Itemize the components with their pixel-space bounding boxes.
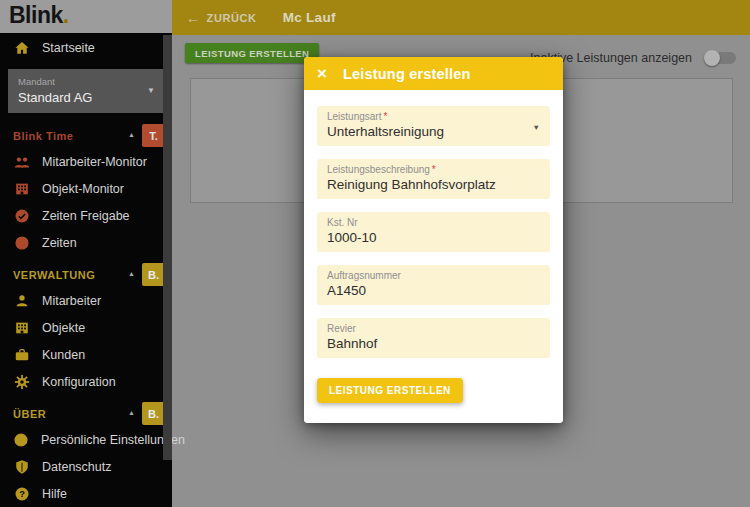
section-badge: B.	[142, 402, 165, 425]
section-heading-blink-time[interactable]: Blink Time ▲ T.	[0, 123, 172, 148]
modal-title: Leistung erstellen	[343, 66, 471, 82]
sidebar-item-startseite[interactable]: Startseite	[0, 33, 172, 63]
close-icon[interactable]: ×	[317, 65, 327, 82]
page-title: Mc Lauf	[283, 10, 336, 25]
field-value: Reinigung Bahnhofsvorplatz	[327, 177, 540, 193]
nav-label: Mitarbeiter	[42, 294, 101, 308]
sidebar-item-konfiguration[interactable]: Konfiguration	[0, 368, 172, 395]
sidebar-item-objekte[interactable]: Objekte	[0, 314, 172, 341]
field-value: A1450	[327, 283, 540, 299]
nav-label: Datenschutz	[42, 460, 111, 474]
chevron-down-icon: ▼	[533, 123, 540, 132]
logo: Blink.	[0, 0, 172, 33]
section-heading-verwaltung[interactable]: VERWALTUNG ▲ B.	[0, 262, 172, 287]
sidebar-item-mitarbeiter-monitor[interactable]: Mitarbeiter-Monitor	[0, 148, 172, 175]
sidebar-item-zeiten-freigabe[interactable]: Zeiten Freigabe	[0, 202, 172, 229]
sidebar-item-persoenliche-einstellungen[interactable]: Persönliche Einstellungen	[0, 426, 172, 453]
field-leistungsbeschreibung[interactable]: Leistungsbeschreibung* Reinigung Bahnhof…	[317, 159, 550, 199]
nav-label: Kunden	[42, 348, 85, 362]
field-value: 1000-10	[327, 230, 540, 246]
sidebar-section-verwaltung: VERWALTUNG ▲ B. Mitarbeiter Objekte	[0, 262, 172, 395]
chevron-down-icon: ▼	[147, 86, 155, 95]
mandant-select[interactable]: Mandant Standard AG ▼	[8, 69, 164, 113]
field-revier[interactable]: Revier Bahnhof	[317, 318, 550, 358]
section-heading-ueber[interactable]: ÜBER ▲ B.	[0, 401, 172, 426]
field-value: Bahnhof	[327, 336, 540, 352]
info-icon	[13, 431, 29, 448]
section-title: ÜBER	[13, 408, 46, 420]
section-title: VERWALTUNG	[13, 269, 95, 281]
field-auftragsnummer[interactable]: Auftragsnummer A1450	[317, 265, 550, 305]
nav-label: Hilfe	[42, 487, 67, 501]
nav-label: Startseite	[42, 41, 95, 55]
nav-label: Konfiguration	[42, 375, 116, 389]
sidebar-item-zeiten[interactable]: Zeiten	[0, 229, 172, 256]
back-label: ZURÜCK	[207, 12, 257, 24]
app-header: ← ZURÜCK Mc Lauf	[172, 0, 750, 35]
svg-text:?: ?	[19, 489, 25, 499]
sidebar-item-objekt-monitor[interactable]: Objekt-Monitor	[0, 175, 172, 202]
required-marker: *	[383, 111, 387, 122]
submit-button[interactable]: LEISTUNG ERSTELLEN	[317, 378, 463, 403]
sidebar-section-blink-time: Blink Time ▲ T. Mitarbeiter-Monitor Obje…	[0, 123, 172, 256]
create-leistung-button[interactable]: LEISTUNG ERSTELLEN	[185, 43, 319, 63]
collapse-icon: ▲	[128, 270, 135, 277]
mandant-value: Standard AG	[18, 90, 154, 105]
logo-text: Blink	[9, 2, 63, 28]
field-label: Kst. Nr	[327, 217, 358, 228]
sidebar-section-ueber: ÜBER ▲ B. Persönliche Einstellungen Date…	[0, 401, 172, 507]
field-label: Leistungsart	[327, 111, 381, 122]
field-value: Unterhaltsreinigung	[327, 124, 540, 140]
section-title: Blink Time	[13, 130, 73, 142]
nav-label: Zeiten Freigabe	[42, 209, 130, 223]
required-marker: *	[432, 164, 436, 175]
people-icon	[13, 153, 30, 170]
help-icon: ?	[13, 485, 30, 502]
field-label: Leistungsbeschreibung	[327, 164, 430, 175]
sidebar-item-kunden[interactable]: Kunden	[0, 341, 172, 368]
collapse-icon: ▲	[128, 409, 135, 416]
nav-label: Mitarbeiter-Monitor	[42, 155, 147, 169]
field-kst-nr[interactable]: Kst. Nr 1000-10	[317, 212, 550, 252]
building-icon	[13, 319, 30, 336]
sidebar-scrollbar[interactable]	[163, 35, 172, 460]
sidebar: Startseite Mandant Standard AG ▼ Blink T…	[0, 33, 172, 507]
sidebar-item-mitarbeiter[interactable]: Mitarbeiter	[0, 287, 172, 314]
gear-icon	[13, 373, 30, 390]
section-badge: B.	[142, 263, 165, 286]
clock-icon	[13, 234, 30, 251]
person-icon	[13, 292, 30, 309]
modal-leistung-erstellen: × Leistung erstellen Leistungsart* Unter…	[304, 57, 563, 423]
logo-dot: .	[63, 2, 69, 28]
inactive-leistungen-toggle[interactable]	[706, 52, 736, 64]
collapse-icon: ▲	[128, 131, 135, 138]
check-circle-icon	[13, 207, 30, 224]
toggle-knob	[704, 50, 720, 66]
back-arrow-icon: ←	[186, 10, 201, 26]
field-label: Revier	[327, 323, 356, 334]
modal-body: Leistungsart* Unterhaltsreinigung ▼ Leis…	[304, 90, 563, 423]
nav-label: Objekte	[42, 321, 85, 335]
field-label: Auftragsnummer	[327, 270, 401, 281]
home-icon	[13, 40, 30, 57]
shield-icon	[13, 458, 30, 475]
field-leistungsart[interactable]: Leistungsart* Unterhaltsreinigung ▼	[317, 106, 550, 146]
sidebar-item-hilfe[interactable]: ? Hilfe	[0, 480, 172, 507]
back-button[interactable]: ← ZURÜCK	[186, 10, 257, 26]
building-icon	[13, 180, 30, 197]
mandant-label: Mandant	[18, 76, 154, 87]
briefcase-icon	[13, 346, 30, 363]
modal-header: × Leistung erstellen	[304, 57, 563, 90]
nav-label: Objekt-Monitor	[42, 182, 124, 196]
sidebar-item-datenschutz[interactable]: Datenschutz	[0, 453, 172, 480]
section-badge: T.	[142, 124, 165, 147]
nav-label: Zeiten	[42, 236, 77, 250]
